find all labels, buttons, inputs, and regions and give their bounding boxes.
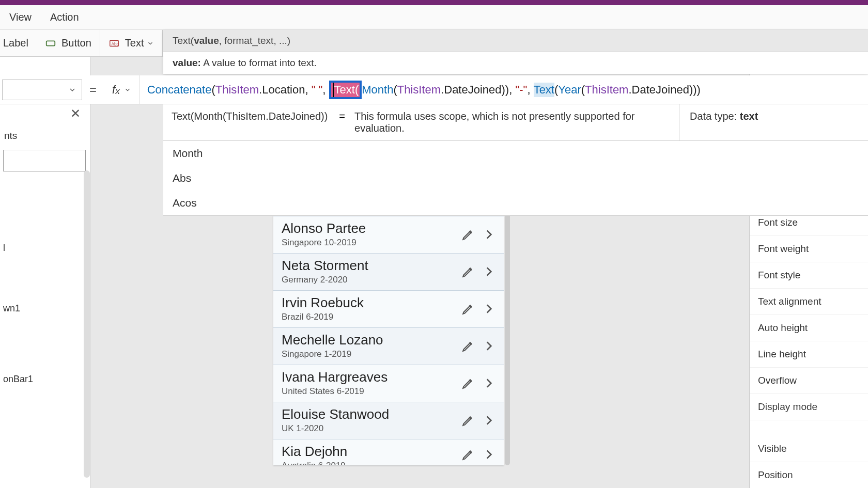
- row-subtitle: Australia 6-2019: [282, 461, 454, 465]
- property-row[interactable]: Display mode: [750, 394, 868, 420]
- row-title: Neta Storment: [282, 258, 454, 274]
- row-title: Elouise Stanwood: [282, 406, 454, 422]
- row-subtitle: UK 1-2020: [282, 423, 454, 434]
- fx-dropdown[interactable]: fx: [104, 75, 140, 104]
- gallery-row[interactable]: Ivana Hargreaves United States 6-2019: [273, 365, 504, 402]
- gallery-row[interactable]: Neta Storment Germany 2-2020: [273, 254, 504, 291]
- chevron-right-icon[interactable]: [482, 265, 495, 278]
- insert-label[interactable]: Label: [0, 30, 37, 56]
- gallery-row[interactable]: Elouise Stanwood UK 1-2020: [273, 402, 504, 439]
- menu-view[interactable]: View: [0, 11, 41, 23]
- autocomplete-list: MonthAbsAcos: [163, 141, 868, 216]
- evaluation-row: Text(Month(ThisItem.DateJoined)) = This …: [163, 104, 868, 141]
- row-subtitle: United States 6-2019: [282, 386, 454, 397]
- chevron-right-icon[interactable]: [482, 302, 495, 316]
- row-title: Ivana Hargreaves: [282, 369, 454, 385]
- edit-icon[interactable]: [461, 265, 475, 278]
- chevron-down-icon: [124, 86, 131, 93]
- chevron-right-icon[interactable]: [482, 376, 495, 390]
- param-hint: value: A value to format into text.: [163, 52, 868, 74]
- formula-bar: = fx Concatenate(ThisItem.Location, " ",…: [0, 75, 868, 104]
- row-subtitle: Singapore 1-2019: [282, 349, 454, 359]
- property-row[interactable]: Auto height: [750, 315, 868, 341]
- tree-item[interactable]: l: [0, 239, 90, 258]
- gallery-row[interactable]: Kia Dejohn Australia 6-2019: [273, 439, 504, 465]
- edit-icon[interactable]: [461, 302, 475, 316]
- property-row[interactable]: Line height: [750, 341, 868, 368]
- property-row[interactable]: Overflow: [750, 368, 868, 394]
- autocomplete-item[interactable]: Abs: [163, 166, 868, 191]
- sig-fn: Text(: [173, 35, 194, 46]
- chevron-down-icon: [147, 40, 154, 47]
- scrollbar[interactable]: [505, 194, 510, 465]
- label-text: Label: [3, 37, 28, 49]
- fn-signature: Text(value, format_text, ...): [163, 30, 868, 52]
- autocomplete-item[interactable]: Month: [163, 141, 868, 166]
- gallery: Megan Rohman Singapore 1-2019 Alonso Par…: [273, 194, 504, 465]
- chevron-down-icon: [68, 86, 76, 94]
- property-dropdown[interactable]: [2, 80, 82, 100]
- property-row[interactable]: Font weight: [750, 236, 868, 262]
- menu-bar: View Action: [0, 5, 868, 30]
- edit-icon[interactable]: [461, 228, 475, 241]
- menu-action[interactable]: Action: [41, 11, 88, 23]
- property-row[interactable]: Position: [750, 462, 868, 488]
- hint-desc: A value to format into text.: [201, 57, 317, 68]
- formula-input[interactable]: Concatenate(ThisItem.Location, " ", Text…: [140, 81, 868, 99]
- chevron-right-icon[interactable]: [482, 228, 495, 241]
- eval-expr: Text(Month(ThisItem.DateJoined)): [163, 104, 336, 140]
- row-title: Kia Dejohn: [282, 444, 454, 460]
- text-label: Text: [125, 37, 144, 49]
- button-icon: [45, 38, 56, 49]
- autocomplete-item[interactable]: Acos: [163, 191, 868, 215]
- row-title: Alonso Partee: [282, 221, 454, 237]
- sig-rest: , format_text, ...): [219, 35, 290, 46]
- svg-rect-0: [47, 41, 55, 45]
- property-row[interactable]: Visible: [750, 436, 868, 462]
- svg-text:Abc: Abc: [111, 41, 118, 46]
- row-title: Mechelle Lozano: [282, 332, 454, 348]
- eval-datatype: Data type: text: [679, 104, 834, 140]
- tree-item[interactable]: onBar1: [0, 370, 90, 389]
- chevron-right-icon[interactable]: [482, 448, 495, 461]
- row-title: Irvin Roebuck: [282, 295, 454, 311]
- gallery-row[interactable]: Alonso Partee Singapore 10-2019: [273, 216, 504, 254]
- property-row[interactable]: Text alignment: [750, 289, 868, 315]
- text-icon: Abc: [109, 38, 120, 49]
- row-subtitle: Germany 2-2020: [282, 275, 454, 285]
- row-subtitle: Singapore 10-2019: [282, 238, 454, 248]
- insert-button[interactable]: Button: [37, 30, 100, 56]
- insert-text[interactable]: Abc Text: [100, 30, 163, 56]
- row-subtitle: Brazil 6-2019: [282, 312, 454, 322]
- chevron-right-icon[interactable]: [482, 339, 495, 353]
- sig-arg: value: [194, 35, 219, 46]
- gallery-row[interactable]: Mechelle Lozano Singapore 1-2019: [273, 328, 504, 365]
- hint-label: value:: [173, 57, 201, 68]
- equals-label: =: [82, 83, 104, 97]
- button-text: Button: [61, 37, 91, 49]
- scrollbar[interactable]: [84, 170, 90, 478]
- title-bar: [0, 0, 868, 5]
- gallery-row[interactable]: Irvin Roebuck Brazil 6-2019: [273, 291, 504, 328]
- edit-icon[interactable]: [461, 339, 475, 353]
- property-row[interactable]: Font style: [750, 262, 868, 289]
- selection-highlight: Text(: [329, 81, 362, 99]
- eval-message: This formula uses scope, which is not pr…: [348, 104, 679, 140]
- edit-icon[interactable]: [461, 414, 475, 427]
- edit-icon[interactable]: [461, 448, 475, 461]
- tree-item[interactable]: wn1: [0, 299, 90, 318]
- eval-equals: =: [336, 104, 348, 140]
- chevron-right-icon[interactable]: [482, 414, 495, 427]
- edit-icon[interactable]: [461, 376, 475, 390]
